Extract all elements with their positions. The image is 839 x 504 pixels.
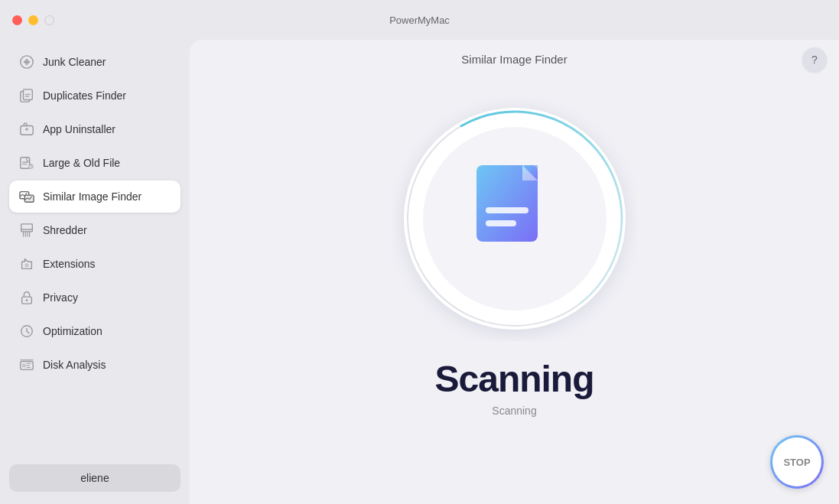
duplicates-finder-label: Duplicates Finder — [43, 89, 126, 102]
sidebar-item-similar-image-finder[interactable]: Similar Image Finder — [9, 180, 180, 213]
large-old-file-icon — [18, 154, 35, 171]
content-title: Similar Image Finder — [461, 53, 567, 66]
disk-analysis-icon — [18, 356, 35, 373]
svg-rect-5 — [21, 158, 30, 169]
sidebar-item-app-uninstaller[interactable]: App Uninstaller — [9, 113, 180, 145]
optimization-icon — [18, 323, 35, 340]
content-area: Similar Image Finder ? — [190, 40, 839, 504]
sidebar-item-extensions[interactable]: Extensions — [9, 248, 180, 280]
sidebar-bottom: eliene — [9, 458, 180, 498]
sidebar-item-disk-analysis[interactable]: Disk Analysis — [9, 349, 180, 381]
user-button[interactable]: eliene — [9, 464, 180, 492]
optimization-label: Optimization — [43, 325, 102, 337]
similar-image-finder-icon — [18, 188, 35, 205]
scan-title: Scanning — [434, 359, 593, 400]
svg-rect-9 — [21, 224, 33, 232]
sidebar-item-optimization[interactable]: Optimization — [9, 315, 180, 347]
scan-container: Scanning Scanning — [392, 40, 637, 504]
progress-ring — [392, 96, 637, 341]
large-old-file-label: Large & Old File — [43, 157, 120, 169]
help-button[interactable]: ? — [802, 47, 827, 72]
scan-subtitle: Scanning — [434, 405, 593, 417]
app-uninstaller-label: App Uninstaller — [43, 123, 115, 135]
svg-rect-22 — [486, 207, 528, 213]
sidebar: Junk Cleaner Duplicates Finder App U — [0, 40, 190, 504]
extensions-label: Extensions — [43, 258, 95, 270]
svg-point-15 — [23, 364, 26, 367]
scan-text-area: Scanning Scanning — [434, 359, 593, 417]
content-header: Similar Image Finder ? — [190, 40, 839, 78]
disk-analysis-label: Disk Analysis — [43, 359, 106, 371]
minimize-button[interactable] — [28, 15, 38, 25]
main-layout: Junk Cleaner Duplicates Finder App U — [0, 40, 839, 504]
shredder-label: Shredder — [43, 224, 87, 236]
circle-wrapper — [392, 96, 637, 341]
svg-rect-23 — [486, 220, 516, 226]
svg-point-12 — [26, 299, 28, 301]
svg-point-10 — [25, 264, 28, 267]
sidebar-item-shredder[interactable]: Shredder — [9, 214, 180, 246]
similar-image-finder-label: Similar Image Finder — [43, 190, 141, 203]
close-button[interactable] — [12, 15, 22, 25]
junk-cleaner-icon — [18, 54, 35, 70]
titlebar: PowerMyMac — [0, 0, 839, 40]
sidebar-item-duplicates-finder[interactable]: Duplicates Finder — [9, 80, 180, 112]
sidebar-item-privacy[interactable]: Privacy — [9, 281, 180, 314]
sidebar-item-large-old-file[interactable]: Large & Old File — [9, 147, 180, 179]
app-uninstaller-icon — [18, 121, 35, 138]
traffic-lights — [12, 15, 54, 25]
extensions-icon — [18, 255, 35, 272]
sidebar-item-junk-cleaner[interactable]: Junk Cleaner — [9, 46, 180, 78]
privacy-label: Privacy — [43, 291, 78, 304]
privacy-icon — [18, 289, 35, 306]
app-title: PowerMyMac — [389, 15, 450, 26]
maximize-button[interactable] — [44, 15, 54, 25]
junk-cleaner-label: Junk Cleaner — [43, 56, 106, 68]
duplicates-finder-icon — [18, 87, 35, 104]
stop-button[interactable]: STOP — [770, 435, 824, 489]
shredder-icon — [18, 222, 35, 239]
